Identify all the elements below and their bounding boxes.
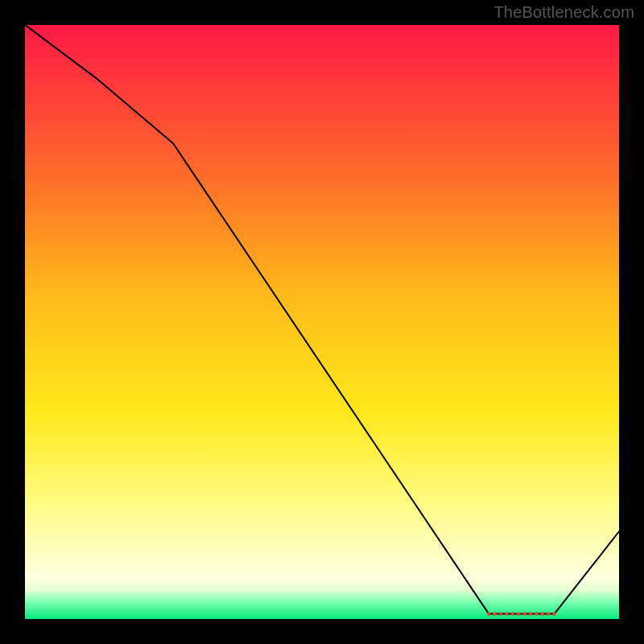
chart-frame: TheBottleneck.com [0, 0, 644, 644]
plot-area [24, 24, 620, 620]
plot-border [24, 24, 620, 620]
watermark-text: TheBottleneck.com [493, 3, 634, 22]
